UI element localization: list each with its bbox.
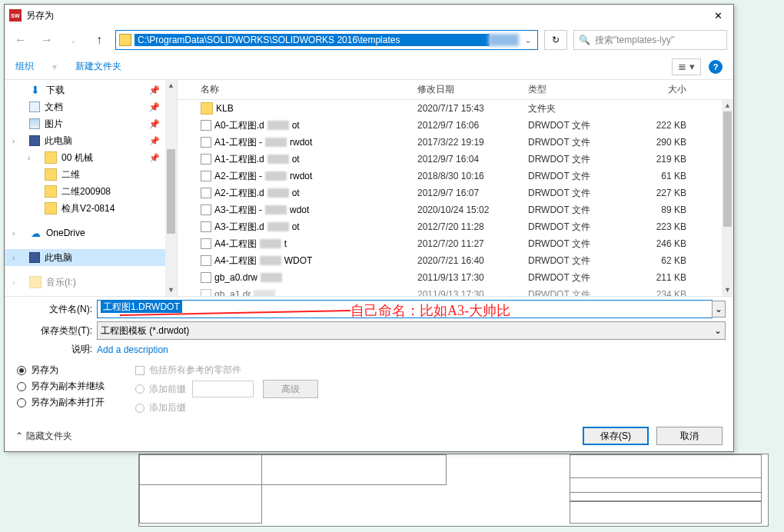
scroll-down-icon[interactable]: ▼ xyxy=(722,284,733,296)
filename-dropdown[interactable]: ⌄ xyxy=(712,301,726,318)
scroll-up-icon[interactable]: ▲ xyxy=(165,80,177,91)
file-row[interactable]: A2-工程图 -rwdot2018/8/30 10:16DRWDOT 文件61 … xyxy=(178,168,733,185)
forward-button: → xyxy=(37,30,57,50)
background-drawing xyxy=(138,454,769,527)
close-button[interactable]: ✕ xyxy=(703,5,733,26)
help-button[interactable]: ? xyxy=(709,60,723,74)
up-button[interactable]: ↑ xyxy=(89,30,109,50)
address-dropdown-icon[interactable]: ⌄ xyxy=(519,35,537,45)
filetype-select[interactable]: 工程图模板 (*.drwdot)⌄ xyxy=(97,321,726,340)
sidebar-item[interactable]: ⬇下载📌📌 xyxy=(5,81,177,98)
scroll-up-icon[interactable]: ▲ xyxy=(722,100,733,111)
sidebar-item[interactable]: ›音乐(I:) xyxy=(5,274,177,291)
radio-copy-open[interactable]: 另存为副本并打开 xyxy=(17,396,105,409)
window-title: 另存为 xyxy=(26,9,54,22)
col-name[interactable]: 名称 xyxy=(201,83,417,96)
advanced-button: 高级 xyxy=(263,380,318,398)
file-area: 名称 修改日期 类型 大小 KLB2020/7/17 15:43文件夹A0-工程… xyxy=(178,80,733,296)
view-mode-button[interactable]: ≣ ▾ xyxy=(672,58,701,75)
chevron-up-icon: ⌃ xyxy=(15,431,23,441)
toolbar: 组织 ▾ 新建文件夹 ≣ ▾ ? xyxy=(5,54,733,80)
sidebar-item[interactable]: 二维 xyxy=(5,166,177,183)
description-label: 说明: xyxy=(12,343,97,356)
sidebar-item[interactable]: 文档📌📌 xyxy=(5,98,177,115)
radio-add-suffix: 添加后缀 xyxy=(135,401,318,414)
address-bar[interactable]: C:\ProgramData\SOLIDWORKS\SOLIDWORKS 201… xyxy=(115,30,538,50)
filename-label: 文件名(N): xyxy=(12,303,97,316)
file-row[interactable]: A4-工程图WDOT2020/7/21 16:40DRWDOT 文件62 KB xyxy=(178,252,733,269)
file-row[interactable]: A1-工程图 -rwdot2017/3/22 19:19DRWDOT 文件290… xyxy=(178,134,733,151)
refresh-button[interactable]: ↻ xyxy=(544,30,567,50)
sidebar-item[interactable]: ›此电脑📌 xyxy=(5,132,177,149)
sidebar-item[interactable]: 图片📌📌 xyxy=(5,115,177,132)
filelist-scroll-thumb[interactable] xyxy=(723,111,732,227)
filelist-scrollbar[interactable]: ▲ ▼ xyxy=(722,100,733,296)
file-row[interactable]: A3-工程图 -wdot2020/10/24 15:02DRWDOT 文件89 … xyxy=(178,201,733,218)
new-folder-button[interactable]: 新建文件夹 xyxy=(75,60,121,73)
sidebar: ⬇下载📌📌文档📌📌图片📌📌›此电脑📌›00 机械📌二维二维200908检具V2-… xyxy=(5,80,178,296)
sidebar-scroll-thumb[interactable] xyxy=(167,149,175,234)
maximize-button xyxy=(672,5,703,26)
sidebar-item[interactable]: 检具V2-0814 xyxy=(5,200,177,217)
footer: ⌃ 隐藏文件夹 保存(S) 取消 xyxy=(5,421,733,451)
file-row[interactable]: A0-工程图.dot2012/9/7 16:06DRWDOT 文件222 KB xyxy=(178,117,733,134)
radio-add-prefix: 添加前缀 xyxy=(135,383,186,396)
file-row[interactable]: A3-工程图.dot2012/7/20 11:28DRWDOT 文件223 KB xyxy=(178,218,733,235)
address-text: C:\ProgramData\SOLIDWORKS\SOLIDWORKS 201… xyxy=(135,34,490,46)
filename-input[interactable]: 工程图1.DRWDOT xyxy=(97,300,713,318)
save-as-dialog: SW 另存为 ✕ ← → ⌄ ↑ C:\ProgramData\SOLIDWOR… xyxy=(4,4,734,452)
col-size[interactable]: 大小 xyxy=(625,83,686,96)
col-date[interactable]: 修改日期 xyxy=(417,83,528,96)
check-include-refs: 包括所有参考的零部件 xyxy=(135,364,318,377)
organize-menu[interactable]: 组织 xyxy=(15,60,34,73)
folder-icon xyxy=(119,34,131,46)
radio-save-as[interactable]: 另存为 xyxy=(17,364,105,377)
app-icon: SW xyxy=(9,9,22,22)
sidebar-item[interactable]: ›此电脑 xyxy=(5,249,177,266)
sidebar-item[interactable]: ›☁OneDrive xyxy=(5,224,177,241)
file-row[interactable]: A1-工程图.dot2012/9/7 16:04DRWDOT 文件219 KB xyxy=(178,151,733,168)
list-header: 名称 修改日期 类型 大小 xyxy=(178,80,733,100)
col-type[interactable]: 类型 xyxy=(528,83,625,96)
save-button[interactable]: 保存(S) xyxy=(583,427,649,445)
file-row[interactable]: KLB2020/7/17 15:43文件夹 xyxy=(178,100,733,117)
back-button[interactable]: ← xyxy=(11,30,31,50)
minimize-button xyxy=(641,5,672,26)
file-row[interactable]: gb_a0.drw2011/9/13 17:30DRWDOT 文件211 KB xyxy=(178,269,733,286)
search-input[interactable]: 🔍 搜索"templates-lyy" xyxy=(573,30,727,50)
file-row[interactable]: A2-工程图.dot2012/9/7 16:07DRWDOT 文件227 KB xyxy=(178,185,733,201)
sidebar-item[interactable]: ›00 机械📌 xyxy=(5,149,177,166)
recent-dropdown[interactable]: ⌄ xyxy=(63,30,83,50)
scroll-down-icon[interactable]: ▼ xyxy=(165,284,177,296)
file-row[interactable]: gb_a1.dr2011/9/13 17:30DRWDOT 文件234 KB xyxy=(178,286,733,296)
description-link[interactable]: Add a description xyxy=(97,344,168,355)
sidebar-scrollbar[interactable]: ▲ ▼ xyxy=(165,80,177,296)
radio-copy-continue[interactable]: 另存为副本并继续 xyxy=(17,380,105,393)
form-area: 文件名(N): 工程图1.DRWDOT ⌄ 保存类型(T): 工程图模板 (*.… xyxy=(5,296,733,421)
search-icon: 🔍 xyxy=(579,35,590,45)
file-row[interactable]: A4-工程图t2012/7/20 11:27DRWDOT 文件246 KB xyxy=(178,235,733,252)
address-blur xyxy=(488,34,519,46)
cancel-button[interactable]: 取消 xyxy=(656,427,723,445)
nav-row: ← → ⌄ ↑ C:\ProgramData\SOLIDWORKS\SOLIDW… xyxy=(5,26,733,54)
sidebar-item[interactable]: 二维200908 xyxy=(5,183,177,200)
file-list[interactable]: KLB2020/7/17 15:43文件夹A0-工程图.dot2012/9/7 … xyxy=(178,100,733,296)
search-placeholder: 搜索"templates-lyy" xyxy=(595,34,674,47)
filetype-label: 保存类型(T): xyxy=(12,324,97,337)
prefix-input xyxy=(192,381,254,397)
hide-folders-toggle[interactable]: ⌃ 隐藏文件夹 xyxy=(15,430,72,443)
titlebar: SW 另存为 ✕ xyxy=(5,5,733,26)
